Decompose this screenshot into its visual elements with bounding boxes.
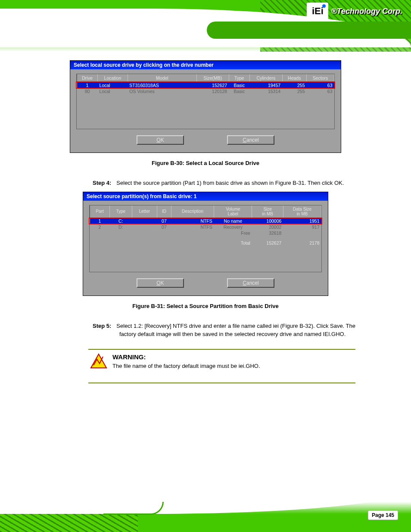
table-row[interactable]: 2 D: 07 NTFS Recovery 20002 917	[90, 224, 321, 230]
table-row[interactable]: 1 C: 07 NTFS No name 100006 1951	[90, 218, 321, 224]
brand-tagline: ®Technology Corp.	[331, 7, 402, 16]
warning-text: WARNING: The file name of the factory de…	[112, 353, 260, 370]
drive-table-wrap: Drive Location Model Size(MB) Type Cylin…	[76, 74, 335, 129]
warning-body: The file name of the factory default ima…	[112, 362, 260, 370]
col-drive: Drive	[77, 74, 98, 82]
col-desc: Description	[171, 205, 214, 218]
warning-icon	[90, 353, 107, 370]
warning-title: WARNING:	[112, 353, 260, 361]
dialog-button-row: OK Cancel	[89, 278, 322, 288]
step-5-body: Select 1.2: [Recovery] NTFS drive and en…	[116, 323, 355, 337]
partition-table-wrap: Part Type Letter ID Description VolumeLa…	[89, 205, 322, 272]
ok-button[interactable]: OK	[137, 135, 184, 145]
col-sectors: Sectors	[307, 74, 334, 82]
page-number: Page 145	[368, 510, 398, 520]
page-footer: Page 145	[0, 476, 411, 532]
col-type: Type	[110, 205, 132, 218]
table-row-free: Free 32618	[90, 230, 321, 236]
col-part: Part	[90, 205, 110, 218]
cancel-button[interactable]: Cancel	[227, 278, 274, 288]
step-5-label: Step 5:	[93, 323, 111, 329]
col-heads: Heads	[282, 74, 306, 82]
step-5-text: Step 5:Select 1.2: [Recovery] NTFS drive…	[93, 322, 368, 339]
dialog-title: Select source partition(s) from Basic dr…	[83, 192, 328, 201]
header-swoosh-accent	[207, 22, 411, 39]
page-header: iEi ®Technology Corp.	[0, 0, 411, 52]
brand-logo-text: iEi	[312, 6, 324, 17]
col-vol: VolumeLabel	[214, 205, 252, 218]
svg-marker-0	[91, 354, 106, 368]
divider	[88, 383, 355, 383]
drive-table: Drive Location Model Size(MB) Type Cylin…	[77, 74, 334, 129]
brand-logo-area: iEi ®Technology Corp.	[307, 3, 402, 20]
select-source-drive-dialog: Select local source drive by clicking on…	[70, 60, 341, 153]
figure-label: Figure B-31: Select a Source Partition f…	[19, 303, 392, 309]
figure-label: Figure B-30: Select a Local Source Drive	[19, 160, 392, 166]
table-row[interactable]: 80 Local OS Volumes 120128 Basic 15314 2…	[77, 88, 334, 94]
step-4-body: Select the source partition (Part 1) fro…	[116, 180, 344, 186]
col-cylinders: Cylinders	[249, 74, 282, 82]
brand-logo-icon: iEi	[307, 3, 328, 20]
partition-table: Part Type Letter ID Description VolumeLa…	[90, 205, 321, 272]
col-location: Location	[98, 74, 128, 82]
dialog-title: Select local source drive by clicking on…	[70, 61, 341, 69]
table-empty-space	[77, 94, 334, 129]
brand-logo-dot-icon	[322, 4, 326, 8]
table-row[interactable]: 1 Local ST3160318AS 152627 Basic 19457 2…	[77, 82, 334, 89]
dialog-body: Part Type Letter ID Description VolumeLa…	[83, 201, 328, 296]
step-4-label: Step 4:	[93, 180, 111, 186]
dialog-body: Drive Location Model Size(MB) Type Cylin…	[70, 69, 341, 152]
page-content: Select local source drive by clicking on…	[0, 52, 411, 383]
col-size: Sizein MB	[252, 205, 283, 218]
table-row-total: Total 152627 2178	[90, 236, 321, 246]
select-source-partition-dialog: Select source partition(s) from Basic dr…	[83, 192, 328, 296]
warning-box: WARNING: The file name of the factory de…	[88, 349, 355, 383]
col-size: Size(MB)	[196, 74, 229, 82]
footer-swoosh-accent	[103, 502, 164, 515]
col-model: Model	[128, 74, 196, 82]
col-type: Type	[229, 74, 249, 82]
cancel-button[interactable]: Cancel	[227, 135, 274, 145]
col-id: ID	[157, 205, 171, 218]
dialog-button-row: OK Cancel	[76, 135, 335, 145]
ok-button[interactable]: OK	[137, 278, 184, 288]
table-empty-space	[90, 246, 321, 272]
col-letter: Letter	[132, 205, 157, 218]
col-data: Data Sizein MB	[283, 205, 321, 218]
step-4-text: Step 4:Select the source partition (Part…	[93, 179, 368, 187]
